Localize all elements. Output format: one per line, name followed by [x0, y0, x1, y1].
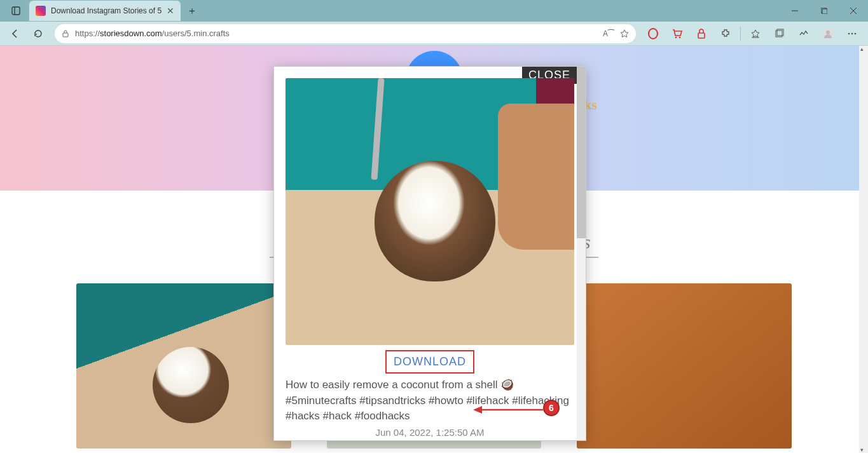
browser-tab[interactable]: Download Instagram Stories of 5 ✕: [29, 1, 181, 21]
favorite-icon[interactable]: [619, 29, 630, 39]
download-button[interactable]: DOWNLOAD: [388, 353, 472, 371]
window-titlebar: Download Instagram Stories of 5 ✕ ＋: [0, 0, 868, 22]
close-window-button[interactable]: [839, 0, 868, 22]
svg-rect-7: [63, 33, 68, 37]
svg-point-18: [851, 32, 853, 34]
window-controls: [780, 0, 868, 22]
page-content: ks Stories Posts CLOSE DOWNLOAD How to e…: [0, 46, 868, 453]
svg-rect-0: [12, 7, 20, 15]
menu-icon[interactable]: [841, 24, 863, 44]
close-tab-icon[interactable]: ✕: [167, 6, 174, 16]
back-button[interactable]: [5, 24, 25, 44]
post-caption: How to easily remove a coconut from a sh…: [286, 377, 574, 424]
modal-scrollbar[interactable]: [577, 67, 586, 440]
address-bar[interactable]: https://storiesdown.com/users/5.min.craf…: [55, 24, 636, 43]
post-thumbnail[interactable]: [76, 283, 291, 449]
svg-rect-4: [822, 9, 827, 14]
collections-icon[interactable]: [769, 24, 790, 44]
svg-point-9: [675, 36, 677, 38]
svg-point-8: [649, 29, 658, 39]
tab-actions-button[interactable]: [5, 1, 27, 20]
svg-point-16: [826, 30, 830, 34]
new-tab-button[interactable]: ＋: [183, 2, 201, 20]
post-image: [286, 78, 574, 345]
ext-lock-icon[interactable]: [691, 24, 712, 44]
post-modal: CLOSE DOWNLOAD How to easily remove a co…: [273, 66, 586, 441]
page-scrollbar[interactable]: [859, 46, 868, 453]
profile-icon[interactable]: [817, 24, 839, 44]
minimize-button[interactable]: [780, 0, 809, 22]
url-text: https://storiesdown.com/users/5.min.craf…: [75, 29, 598, 38]
reader-mode-icon[interactable]: A⁀: [603, 29, 614, 38]
svg-rect-11: [698, 33, 705, 38]
annotation-step-badge: 6: [543, 400, 560, 416]
extensions-icon[interactable]: [715, 24, 736, 44]
post-thumbnail[interactable]: [577, 283, 792, 449]
svg-point-10: [679, 36, 681, 38]
instagram-icon: [36, 6, 46, 16]
favorites-icon[interactable]: [745, 24, 766, 44]
performance-icon[interactable]: [793, 24, 815, 44]
ext-opera-icon[interactable]: [642, 24, 664, 44]
maximize-button[interactable]: [809, 0, 839, 22]
refresh-button[interactable]: [28, 24, 48, 44]
ext-shopping-icon[interactable]: [666, 24, 688, 44]
post-timestamp: Jun 04, 2022, 1:25:50 AM: [286, 427, 574, 438]
svg-point-19: [855, 32, 857, 34]
svg-point-17: [848, 32, 850, 34]
lock-icon: [61, 29, 70, 38]
browser-toolbar: https://storiesdown.com/users/5.min.craf…: [0, 22, 868, 46]
tab-title: Download Instagram Stories of 5: [51, 6, 162, 15]
